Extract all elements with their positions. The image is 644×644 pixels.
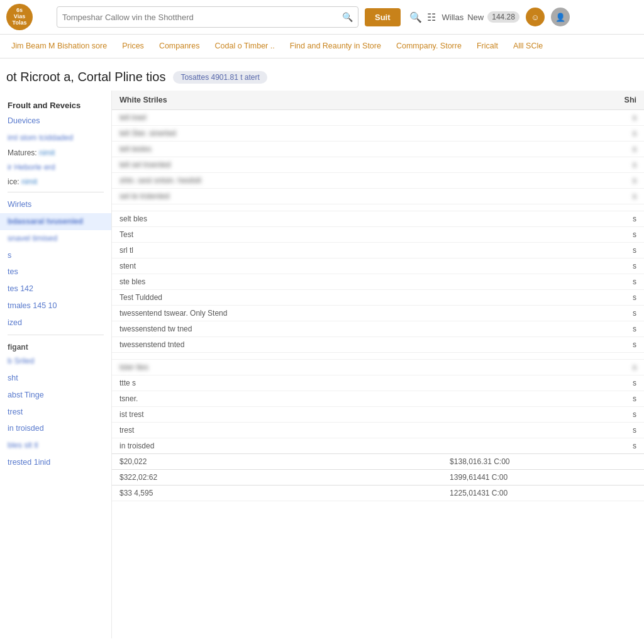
sidebar-section-title: Froult and Reveics (0, 96, 111, 113)
cell-col1: tster ttes (112, 360, 442, 375)
willas-link[interactable]: Willas (442, 13, 464, 22)
table-row: ste bles s (112, 274, 644, 290)
nav-item-5[interactable]: Commpany. Storre (389, 35, 469, 58)
header-icon-group: 🔍 ☷ (409, 11, 436, 23)
cell-col2: s (442, 423, 644, 438)
cell-col1: ste bles (112, 274, 442, 290)
table-row: trest s (112, 423, 644, 438)
cell-col2: s (442, 110, 644, 126)
sidebar-item-wirlets[interactable]: Wirlets (0, 196, 111, 213)
table-row: telt sel trsented s (112, 157, 644, 173)
sidebar-item-ized[interactable]: ized (0, 314, 111, 331)
cell-col2: s (442, 258, 644, 274)
cell-col2: s (442, 274, 644, 290)
table-row: shtn. sest sntsin. hesitslt s (112, 173, 644, 189)
table-row: telt tesles s (112, 142, 644, 157)
sidebar-item-tes[interactable]: tes (0, 264, 111, 280)
table-row: twessenstend tnted s (112, 337, 644, 353)
search-icon[interactable]: 🔍 (409, 11, 422, 23)
cell-col1: twessenstend tw tned (112, 321, 442, 337)
table-row: Test s (112, 227, 644, 243)
table-row: telt treel s (112, 110, 644, 126)
cell-col1: trest (112, 423, 442, 438)
search-bar[interactable]: 🔍 (57, 6, 358, 28)
summary-col1: $322,02:62 (112, 470, 442, 486)
summary-col1: $33 4,595 (112, 486, 442, 501)
new-link[interactable]: New (467, 13, 484, 22)
cell-col1: telt treel (112, 110, 442, 126)
nav-item-3[interactable]: Codal o Timber .. (208, 35, 282, 58)
cell-col2: s (442, 438, 644, 454)
sidebar-divider-2 (8, 335, 104, 335)
table-header-row: White Striles Shi (112, 91, 644, 110)
summary-row-3: $33 4,595 1225,01431 C:00 (112, 486, 644, 501)
sidebar-item-trested[interactable]: trested 1inid (0, 454, 111, 471)
sidebar-item-sht[interactable]: sht (0, 370, 111, 387)
cell-col1: Test (112, 227, 442, 243)
sidebar-item-s[interactable]: s (0, 247, 111, 264)
nav-item-0[interactable]: Jim Beam M Bishation sore (4, 35, 114, 58)
sidebar-item-sriled[interactable]: b Sriled (0, 353, 111, 370)
sidebar-label-matures: Matures: nimit (0, 147, 111, 159)
summary-row-1: $20,022 $138,016.31 C:00 (112, 454, 644, 470)
nav-bar: Jim Beam M Bishation sore Prices Companr… (0, 35, 644, 58)
cell-col1: telt sel trsented (112, 157, 442, 173)
table-row: set te trstented s (112, 189, 644, 204)
suit-button[interactable]: Suit (365, 8, 401, 26)
main-content: White Striles Shi telt treel s telt Ster… (112, 91, 644, 638)
summary-row-2: $322,02:62 1399,61441 C:00 (112, 470, 644, 486)
grid-icon[interactable]: ☷ (427, 11, 436, 23)
table-row: telt Ster. sinerted s (112, 126, 644, 142)
col-shi: Shi (442, 91, 644, 110)
sidebar-item-blesslt[interactable]: bles slt tl (0, 437, 111, 454)
table-row: selt bles s (112, 211, 644, 227)
cell-col2: s (442, 243, 644, 258)
cell-col2: s (442, 227, 644, 243)
main-layout: Froult and Reveics Duevices iml stom tci… (0, 91, 644, 638)
logo: 6s Vias Tolas (6, 4, 33, 30)
header-nav-links: Willas New 144.28 (442, 11, 519, 23)
cell-col2: s (442, 407, 644, 423)
sidebar-item-introisded[interactable]: in troisded (0, 420, 111, 437)
search-icon-button[interactable]: 🔍 (342, 12, 353, 22)
search-input[interactable] (62, 13, 342, 22)
cell-col1: selt bles (112, 211, 442, 227)
cell-col2: s (442, 126, 644, 142)
table-row: srl tl s (112, 243, 644, 258)
avatar-orange[interactable]: ☺ (526, 8, 545, 26)
avatar-user[interactable]: 👤 (551, 8, 570, 26)
sidebar-section-figant: figant (0, 339, 111, 353)
cell-col1: telt tesles (112, 142, 442, 157)
nav-item-7[interactable]: Alll SCle (506, 35, 550, 58)
table-row: ist trest s (112, 407, 644, 423)
cell-col1: shtn. sest sntsin. hesitslt (112, 173, 442, 189)
sidebar-item-snavel[interactable]: snavel timised (0, 230, 111, 247)
sidebar-item-heborle[interactable]: ir Heborle erd (0, 159, 111, 176)
sidebar-item-bdassaral[interactable]: bdassaral tvusenied (0, 213, 111, 230)
nav-item-2[interactable]: Companres (152, 35, 208, 58)
cell-col1: in troisded (112, 438, 442, 454)
sidebar-divider-1 (8, 192, 104, 192)
page-title-badge: Tosattes 4901.81 t atert (173, 71, 267, 84)
nav-item-6[interactable]: Fricalt (469, 35, 506, 58)
summary-col2: 1399,61441 C:00 (442, 470, 644, 486)
cell-col1: set te trstented (112, 189, 442, 204)
sidebar-item-trest[interactable]: trest (0, 404, 111, 421)
cell-col2: s (442, 306, 644, 321)
sidebar-item-tmales[interactable]: tmales 145 10 (0, 297, 111, 314)
cell-col2: s (442, 157, 644, 173)
page-title-area: ot Ricroot a, Cortal Pline tios Tosattes… (0, 58, 644, 91)
summary-col2: 1225,01431 C:00 (442, 486, 644, 501)
sidebar-item-iml[interactable]: iml stom tciddaded (0, 130, 111, 147)
table-row: tsner. s (112, 391, 644, 407)
nav-item-1[interactable]: Prices (114, 35, 152, 58)
sidebar-item-abst-tinge[interactable]: abst Tinge (0, 387, 111, 404)
nav-item-4[interactable]: Find and Reaunty in Store (282, 35, 389, 58)
table-row: tster ttes s (112, 360, 644, 375)
cell-col1: Test Tuldded (112, 290, 442, 306)
cell-col1: telt Ster. sinerted (112, 126, 442, 142)
cell-col2: s (442, 173, 644, 189)
sidebar-item-duevices[interactable]: Duevices (0, 113, 111, 130)
logo-area: 6s Vias Tolas (6, 4, 50, 30)
sidebar-item-tes2[interactable]: tes 142 (0, 280, 111, 297)
